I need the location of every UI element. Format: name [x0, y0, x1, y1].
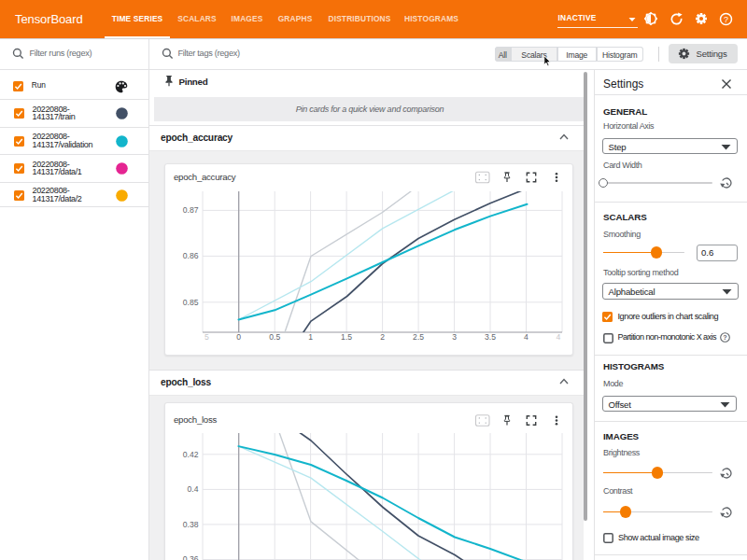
svg-text:0.38: 0.38	[183, 519, 199, 528]
svg-text:0.85: 0.85	[183, 297, 199, 306]
svg-text:?: ?	[724, 14, 728, 23]
svg-text:0.5: 0.5	[269, 332, 280, 342]
svg-text:?: ?	[723, 333, 726, 342]
svg-text:0.4: 0.4	[188, 484, 199, 494]
svg-text:4: 4	[557, 332, 561, 342]
svg-text:1: 1	[308, 332, 313, 342]
svg-text:2: 2	[380, 332, 385, 342]
svg-text:5: 5	[204, 332, 209, 342]
svg-text:0.86: 0.86	[183, 251, 199, 260]
svg-text:0.36: 0.36	[183, 553, 199, 560]
svg-text:0.87: 0.87	[183, 205, 199, 215]
svg-text:3: 3	[452, 332, 457, 342]
svg-text:0: 0	[236, 332, 241, 342]
svg-text:1.5: 1.5	[341, 332, 352, 342]
svg-text:4: 4	[524, 332, 529, 342]
svg-text:3.5: 3.5	[485, 332, 496, 342]
svg-text:0.42: 0.42	[183, 449, 199, 458]
svg-text:2.5: 2.5	[413, 332, 424, 342]
